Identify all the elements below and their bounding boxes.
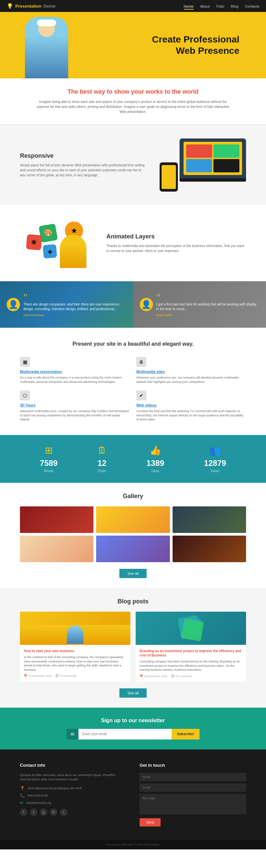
testimonial-content-2: " I got a first rate tool here for worki…: [156, 292, 259, 317]
logo-suffix: theme: [44, 4, 55, 9]
testimonials-section: " There are design companies, and then t…: [0, 281, 266, 328]
gallery-item-6[interactable]: [172, 536, 246, 562]
navigation: 💡 Presentation theme Home About Folio Bl…: [0, 0, 266, 12]
phone-icon: [160, 162, 178, 192]
email-icon: ✉: [20, 801, 23, 805]
logo[interactable]: 💡 Presentation theme: [7, 3, 55, 9]
present-section: Present your site in a beautiful and ele…: [0, 328, 266, 435]
nav-item-folio[interactable]: Folio: [216, 3, 224, 9]
blog-title-1: How to start your own business: [24, 649, 126, 653]
feature-icon-4: ✔: [136, 391, 146, 400]
gallery-see-all-button[interactable]: See all: [119, 569, 147, 578]
stat-number-words: 7589: [40, 459, 57, 468]
newsletter-form: ✉ Subscribe!: [66, 729, 200, 740]
blog-section: Blog posts How to start your own busines…: [0, 588, 266, 708]
nav-item-home[interactable]: Home: [184, 3, 193, 9]
testimonial-quote-2: I got a first rate tool here for working…: [156, 302, 259, 311]
footer-bar: Powered by SiteOrigin © 2015 Theme Name: [0, 840, 266, 849]
social-twitter[interactable]: t: [30, 809, 37, 816]
social-google[interactable]: g: [40, 809, 47, 816]
responsive-text: Responsive Simply place the full-screen …: [20, 152, 146, 178]
laptop-icon: [180, 138, 246, 182]
testimonial-avatar-1: [7, 298, 20, 311]
testimonial-author-1: Sam Kronmann: [23, 313, 126, 317]
social-linkedin[interactable]: in: [50, 809, 57, 816]
blog-card-1: How to start your own business In the co…: [20, 612, 130, 682]
hero-section: Create Professional Web Presence: [0, 12, 266, 79]
blog-desc-1: In the conference hall of the consulting…: [24, 655, 126, 672]
testimonial-right: " I got a first rate tool here for worki…: [133, 281, 266, 328]
nav-item-contacts[interactable]: Contacts: [245, 3, 259, 9]
gallery-item-3[interactable]: [172, 506, 246, 533]
hero-title-line2: Web Presence: [176, 45, 239, 56]
gallery-item-1[interactable]: [20, 506, 94, 533]
present-heading: Present your site in a beautiful and ele…: [20, 341, 246, 347]
newsletter-email-input[interactable]: [78, 729, 171, 740]
gallery-item-4[interactable]: [20, 536, 94, 562]
footer-phone: 📞 800-2345-6789: [20, 793, 126, 798]
feature-title-2: Multimedia sites: [136, 370, 246, 374]
stat-words: ⊞ 7589 Words: [40, 445, 57, 473]
stat-icon-views: 👥: [204, 445, 226, 456]
contact-name-input[interactable]: [140, 773, 246, 781]
footer-email: ✉ info@demosite.org: [20, 801, 126, 805]
blog-heading: Blog posts: [20, 598, 246, 605]
animated-description: Thanks to multimedia and animation the p…: [106, 243, 246, 253]
contact-form: Send: [140, 773, 246, 827]
feature-desc-1: It's a way to talk about the company or …: [20, 376, 130, 384]
nav-item-blog[interactable]: Blog: [231, 3, 238, 9]
footer-contact-heading: Contact info: [20, 763, 126, 768]
footer-contact-description: Quisque at dolor venenatis, porta lacus …: [20, 773, 126, 782]
contact-send-button[interactable]: Send: [140, 818, 161, 827]
social-facebook[interactable]: f: [20, 809, 27, 816]
footer-email-text: info@demosite.org: [26, 801, 51, 805]
blog-body-1: How to start your own business In the co…: [20, 645, 130, 681]
blog-grid: How to start your own business In the co…: [20, 612, 246, 682]
newsletter-section: Sign up to our newsletter ✉ Subscribe!: [0, 708, 266, 749]
testimonial-left: " There are design companies, and then t…: [0, 281, 133, 328]
blog-date-1: 📅 22 December, 2015: [24, 674, 52, 677]
nav-item-about[interactable]: About: [200, 3, 210, 9]
gallery-item-5[interactable]: [96, 536, 169, 562]
gallery-item-2[interactable]: [96, 506, 169, 533]
hero-illustration: [13, 12, 80, 79]
blog-meta-1: 📅 22 December, 2015 💬 79 Comments: [24, 674, 126, 677]
quote-mark-1: ": [23, 292, 126, 302]
blog-meta-2: 📅 22 December, 2015 💬 79 Comments: [140, 675, 242, 678]
tagline-section: The best way to show your works to the w…: [0, 79, 266, 125]
feature-desc-4: Combine the look and feel like watching …: [136, 409, 246, 422]
testimonial-author-2: Rose Smith: [156, 313, 259, 317]
logo-icon: 💡: [7, 3, 13, 9]
responsive-section: Responsive Simply place the full-screen …: [0, 125, 266, 205]
contact-message-input[interactable]: [140, 794, 246, 814]
hero-person-headphones: [37, 20, 56, 26]
footer: Contact info Quisque at dolor venenatis,…: [0, 749, 266, 840]
blog-comments-1: 💬 79 Comments: [55, 674, 77, 677]
testimonial-avatar-2: [140, 298, 153, 311]
responsive-heading: Responsive: [20, 152, 146, 159]
blog-thumb-1: [20, 612, 130, 645]
social-rss[interactable]: r: [60, 809, 67, 816]
blog-card-2: Branding as an investment project to imp…: [136, 612, 246, 682]
blog-date-2: 📅 22 December, 2015: [140, 675, 167, 678]
animated-section: 🎨 ❋ ◈ ★ Animated Layers Thanks to multim…: [0, 205, 266, 281]
quote-mark-2: ": [156, 292, 259, 302]
feature-multimedia-sites: 🖥 Multimedia sites Whatever your prefere…: [136, 357, 246, 384]
stat-label-likes: Likes: [146, 469, 164, 473]
newsletter-subscribe-button[interactable]: Subscribe!: [171, 729, 200, 740]
blog-comments-2: 💬 79 Comments: [171, 675, 192, 678]
blog-see-all-button[interactable]: See all: [119, 688, 147, 698]
device-illustration: [160, 138, 246, 192]
feature-desc-3: Interactive multimedia tours, created by…: [20, 409, 130, 422]
blog-desc-2: Consulting company has been conducted by…: [140, 659, 242, 672]
testimonial-content-1: " There are design companies, and then t…: [23, 292, 126, 317]
feature-web-videos: ✔ Web videos Combine the look and feel l…: [136, 391, 246, 422]
stat-label-posts: Posts: [98, 469, 107, 473]
envelope-icon: ✉: [66, 729, 78, 740]
stat-likes: 👍 1389 Likes: [146, 445, 164, 473]
contact-email-input[interactable]: [140, 784, 246, 792]
stat-icon-likes: 👍: [146, 445, 164, 456]
stat-posts: 🗓 12 Posts: [98, 445, 107, 473]
animated-heading: Animated Layers: [106, 233, 246, 240]
feature-title-3: 3D Tours: [20, 403, 130, 407]
